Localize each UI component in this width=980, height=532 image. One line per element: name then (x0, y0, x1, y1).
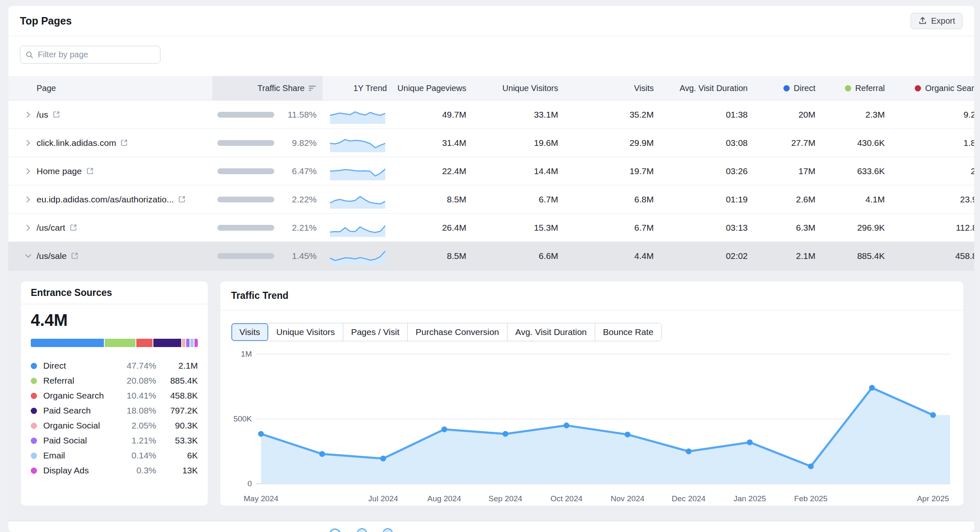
source-percent: 0.14% (111, 451, 156, 461)
source-value: 2.1M (156, 361, 198, 371)
entrance-source-row: Referral20.08%885.4K (31, 373, 198, 388)
traffic-share-value: 11.58% (288, 110, 317, 120)
bar-segment-organic-search (136, 339, 152, 347)
traffic-share-cell: 2.22% (212, 185, 323, 213)
one-year-trend-sparkline (330, 190, 385, 209)
x-axis-tick-label: Sep 2024 (488, 494, 522, 503)
column-header-avg_visit_duration[interactable]: Avg. Visit Duration (654, 76, 748, 100)
avg_visit_duration-value: 01:19 (654, 185, 748, 213)
filter-row (8, 36, 974, 76)
external-link-icon[interactable] (52, 111, 60, 118)
chevron-right-icon[interactable] (24, 195, 32, 204)
unique_pageviews-value: 31.4M (387, 129, 466, 157)
source-label: Email (43, 451, 111, 461)
page-cell[interactable]: Home page (8, 157, 212, 185)
tab-visits[interactable]: Visits (231, 323, 268, 341)
column-header-label: Organic Search (925, 84, 974, 93)
visits-value: 4.4M (558, 242, 654, 270)
chevron-right-icon[interactable] (24, 224, 32, 232)
tab-purchase-conversion[interactable]: Purchase Conversion (408, 323, 507, 341)
external-link-icon[interactable] (86, 167, 94, 175)
table-row[interactable]: /us/cart2.21%26.4M15.3M6.7M03:136.3M296.… (8, 214, 974, 242)
visits-value: 29.9M (558, 129, 654, 157)
traffic-share-bar (217, 225, 274, 231)
external-link-icon[interactable] (178, 195, 186, 203)
referral-legend-dot-icon (845, 85, 851, 91)
partial-sparkline-and-circle-icons (328, 521, 420, 532)
traffic-share-value: 1.45% (292, 251, 317, 261)
column-header-direct[interactable]: Direct (748, 76, 815, 100)
table-row[interactable]: Home page6.47%22.4M14.4M19.7M03:2617M633… (8, 157, 974, 185)
page-cell[interactable]: eu.idp.adidas.com/as/authorizatio... (8, 185, 212, 213)
one-year-trend-sparkline (330, 247, 385, 265)
bar-segment-direct (31, 339, 104, 347)
tab-pages-visit[interactable]: Pages / Visit (343, 323, 408, 341)
page-cell[interactable]: click.link.adidas.com (8, 129, 212, 157)
column-header-unique_visitors[interactable]: Unique Visitors (466, 76, 558, 100)
source-value: 885.4K (156, 376, 198, 386)
table-row[interactable]: /us11.58%49.7M33.1M35.2M01:3820M2.3M9.2M (8, 101, 974, 129)
trend-cell (323, 101, 387, 128)
x-axis-tick-label: May 2024 (244, 494, 278, 503)
source-dot-icon (31, 408, 37, 414)
table-row[interactable]: click.link.adidas.com9.82%31.4M19.6M29.9… (8, 129, 974, 157)
column-header-unique_pageviews[interactable]: Unique Pageviews (387, 76, 466, 100)
table-row[interactable]: /us/sale1.45%8.5M6.6M4.4M02:022.1M885.4K… (8, 242, 974, 270)
bar-segment-paid-search (153, 339, 181, 347)
referral-value: 4.1M (815, 185, 885, 213)
external-link-icon[interactable] (120, 139, 128, 147)
column-header-label: Unique Visitors (502, 84, 558, 93)
direct-value: 6.3M (748, 214, 815, 241)
chevron-down-icon[interactable] (24, 252, 32, 260)
chevron-right-icon[interactable] (24, 111, 32, 119)
page-name: /us/sale (37, 251, 66, 261)
trend-cell (323, 242, 387, 270)
export-button[interactable]: Export (911, 13, 963, 29)
card-header: Top Pages Export (8, 6, 974, 36)
traffic-share-cell: 11.58% (212, 101, 323, 128)
tab-bounce-rate[interactable]: Bounce Rate (595, 323, 661, 341)
entrance-source-row: Paid Search18.08%797.2K (31, 403, 198, 418)
page-name: /us/cart (37, 223, 65, 233)
column-header-trend[interactable]: 1Y Trend (323, 76, 387, 100)
source-dot-icon (31, 468, 37, 474)
export-label: Export (931, 16, 955, 26)
column-header-traffic_share[interactable]: Traffic Share (212, 76, 323, 100)
column-header-visits[interactable]: Visits (558, 76, 654, 100)
direct-value: 27.7M (748, 129, 815, 157)
direct-value: 2.6M (748, 185, 815, 213)
chevron-right-icon[interactable] (24, 167, 32, 175)
page-cell[interactable]: /us (8, 101, 212, 128)
one-year-trend-sparkline (330, 219, 385, 237)
organic_search-value: 112.8K (885, 214, 974, 241)
column-header-referral[interactable]: Referral (815, 76, 885, 100)
filter-input[interactable] (38, 50, 155, 59)
source-percent: 1.21% (111, 436, 156, 446)
entrance-source-row: Paid Social1.21%53.3K (31, 433, 198, 448)
entrance-sources-stacked-bar (31, 339, 198, 347)
tab-avg-visit-duration[interactable]: Avg. Visit Duration (507, 323, 595, 341)
tab-unique-visitors[interactable]: Unique Visitors (268, 323, 343, 341)
external-link-icon[interactable] (71, 252, 79, 260)
table-row[interactable]: eu.idp.adidas.com/as/authorizatio...2.22… (8, 185, 974, 214)
page-name: eu.idp.adidas.com/as/authorizatio... (37, 195, 174, 204)
trend-cell (323, 214, 387, 241)
column-header-page[interactable]: Page (8, 76, 212, 100)
traffic-trend-chart: 1M500K0May 2024Jul 2024Aug 2024Sep 2024O… (231, 348, 953, 512)
chevron-right-icon[interactable] (24, 139, 32, 147)
one-year-trend-sparkline (330, 106, 385, 124)
page-cell[interactable]: /us/sale (8, 242, 212, 270)
source-dot-icon (31, 378, 37, 384)
y-axis-tick-label: 1M (231, 350, 252, 359)
visits-value: 35.2M (558, 101, 654, 128)
x-axis-tick-label: Jul 2024 (368, 494, 398, 503)
organic_search-legend-dot-icon (915, 85, 921, 91)
external-link-icon[interactable] (69, 224, 77, 232)
page-cell[interactable]: /us/cart (8, 214, 212, 241)
unique_pageviews-value: 49.7M (387, 101, 466, 128)
traffic-share-bar (217, 140, 274, 146)
column-header-organic_search[interactable]: Organic Search (885, 76, 974, 100)
visits-value: 6.7M (558, 214, 654, 241)
source-label: Organic Social (43, 421, 111, 431)
trend-cell (323, 157, 387, 185)
